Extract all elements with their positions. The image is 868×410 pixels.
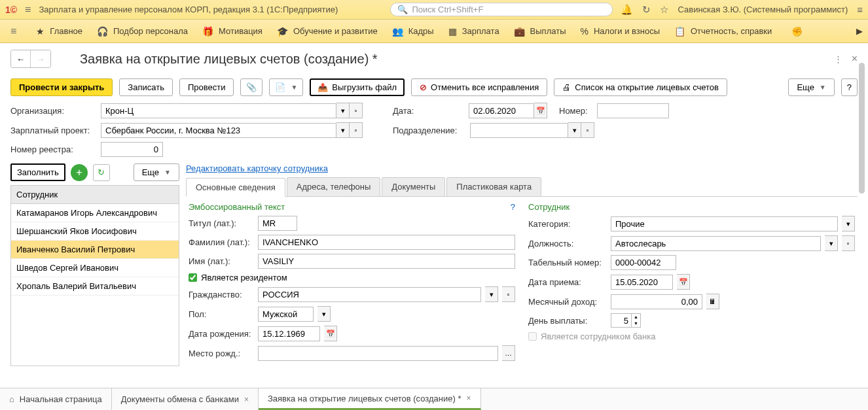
more-button[interactable]: Еще▼ xyxy=(788,78,834,96)
registry-input[interactable] xyxy=(101,142,163,157)
employee-row[interactable]: Катамаранов Игорь Александрович xyxy=(11,204,179,222)
post-button[interactable]: Провести xyxy=(179,78,234,96)
export-file-button[interactable]: 📤Выгрузить файл xyxy=(310,78,405,96)
dropdown-icon[interactable]: ▾ xyxy=(485,286,498,302)
open-ref-icon[interactable]: ▫ xyxy=(350,122,363,138)
extra-icon[interactable]: ✊ xyxy=(791,26,803,37)
citizenship-input[interactable] xyxy=(258,287,481,302)
post-and-close-button[interactable]: Провести и закрыть xyxy=(10,78,113,96)
scrollbar-thumb[interactable] xyxy=(859,63,865,194)
dropdown-icon[interactable]: ▾ xyxy=(842,216,855,231)
user-name[interactable]: Савинская З.Ю. (Системный программист) xyxy=(678,5,848,14)
birthplace-input[interactable] xyxy=(258,346,498,361)
tab-documents[interactable]: Документы xyxy=(382,177,445,196)
tab-main-info[interactable]: Основные сведения xyxy=(186,178,285,197)
name-input[interactable] xyxy=(258,254,515,269)
nav-salary[interactable]: ▦Зарплата xyxy=(448,26,499,37)
close-tab-icon[interactable]: × xyxy=(244,395,249,404)
nav-hr[interactable]: 👥Кадры xyxy=(392,26,434,37)
surname-input[interactable] xyxy=(258,235,515,250)
settings-icon[interactable]: ≡ xyxy=(857,4,863,15)
nav-scroll-right-icon[interactable]: ▶ xyxy=(856,26,863,36)
more-dots-icon[interactable]: ⋮ xyxy=(834,54,842,64)
spinner-down-icon[interactable]: ▼ xyxy=(632,320,640,327)
date-input[interactable] xyxy=(469,103,534,118)
salary-project-input[interactable] xyxy=(101,123,336,138)
hire-input[interactable] xyxy=(611,275,673,290)
calendar-icon[interactable]: 📅 xyxy=(324,326,337,341)
org-input[interactable] xyxy=(101,103,336,118)
payday-input[interactable] xyxy=(611,314,631,327)
resident-checkbox[interactable] xyxy=(189,273,197,282)
employee-row[interactable]: Шершанский Яков Иосифович xyxy=(11,222,179,241)
category-input[interactable] xyxy=(611,216,838,231)
edit-employee-link[interactable]: Редактировать карточку сотрудника xyxy=(186,163,858,173)
position-label: Должность: xyxy=(528,239,607,248)
page-title: Заявка на открытие лицевых счетов (созда… xyxy=(80,52,378,67)
close-tab-icon[interactable]: × xyxy=(466,394,471,403)
calendar-icon[interactable]: 📅 xyxy=(677,274,690,290)
cancel-corrections-button[interactable]: ⊘Отменить все исправления xyxy=(411,78,547,96)
nav-training[interactable]: 🎓Обучение и развитие xyxy=(277,26,378,37)
page-scrollbar[interactable] xyxy=(857,43,866,384)
spinner-up-icon[interactable]: ▲ xyxy=(632,314,640,320)
nav-taxes[interactable]: %Налоги и взносы xyxy=(581,26,660,37)
open-accounts-list-button[interactable]: 🖨Список на открытие лицевых счетов xyxy=(554,78,727,96)
list-more-button[interactable]: Еще▼ xyxy=(134,163,179,181)
page-header: ← → Заявка на открытие лицевых счетов (с… xyxy=(0,43,868,75)
payday-spinner[interactable]: ▲▼ xyxy=(611,313,641,328)
open-ref-icon[interactable]: ▫ xyxy=(581,122,594,138)
calendar-icon[interactable]: 📅 xyxy=(534,103,547,118)
history-icon[interactable]: ↻ xyxy=(642,4,651,16)
tab-card[interactable]: Пластиковая карта xyxy=(446,177,541,196)
based-on-button[interactable]: 📄▼ xyxy=(269,78,303,96)
tab-addresses[interactable]: Адреса, телефоны xyxy=(287,177,381,196)
back-button[interactable]: ← xyxy=(11,50,31,67)
nav-payments[interactable]: 💼Выплаты xyxy=(514,26,566,37)
forward-button[interactable]: → xyxy=(31,50,50,67)
birthdate-input[interactable] xyxy=(258,326,320,341)
add-button[interactable]: + xyxy=(71,164,88,181)
save-button[interactable]: Записать xyxy=(119,78,173,96)
nav-menu-icon[interactable]: ≡ xyxy=(10,26,16,37)
help-icon[interactable]: ? xyxy=(511,202,515,212)
help-button[interactable]: ? xyxy=(841,78,858,96)
nav-reports[interactable]: 📋Отчетность, справки xyxy=(674,26,772,37)
nav-recruitment[interactable]: 🎧Подбор персонала xyxy=(97,26,188,37)
title-input[interactable] xyxy=(258,216,297,231)
more-icon[interactable]: … xyxy=(502,345,515,361)
tabnum-input[interactable] xyxy=(611,255,676,270)
open-ref-icon[interactable]: ▫ xyxy=(350,103,363,118)
fill-button[interactable]: Заполнить xyxy=(10,163,65,181)
number-input[interactable] xyxy=(597,103,669,118)
app-title: Зарплата и управление персоналом КОРП, р… xyxy=(39,5,338,14)
dropdown-icon[interactable]: ▾ xyxy=(825,235,838,251)
search-input[interactable]: 🔍 Поиск Ctrl+Shift+F xyxy=(390,3,613,16)
nav-motivation[interactable]: 🎁Мотивация xyxy=(202,26,262,37)
employee-row[interactable]: Шведов Сергей Иванович xyxy=(11,259,179,277)
home-tab[interactable]: ⌂Начальная страница xyxy=(0,388,112,410)
income-input[interactable] xyxy=(611,294,702,309)
nav-main[interactable]: ★Главное xyxy=(36,26,82,37)
star-icon[interactable]: ☆ xyxy=(660,4,668,16)
open-ref-icon[interactable]: ▫ xyxy=(842,235,855,251)
calc-icon[interactable]: 🖩 xyxy=(706,294,719,309)
dropdown-icon[interactable]: ▾ xyxy=(336,122,350,138)
position-input[interactable] xyxy=(611,236,821,251)
department-input[interactable] xyxy=(470,123,568,138)
refresh-button[interactable]: ↻ xyxy=(93,164,110,181)
employee-list[interactable]: Сотрудник Катамаранов Игорь Александрови… xyxy=(10,185,179,366)
dropdown-icon[interactable]: ▾ xyxy=(336,103,350,118)
employee-row[interactable]: Хропаль Валерий Витальевич xyxy=(11,277,179,296)
current-document-tab[interactable]: Заявка на открытие лицевых счетов (созда… xyxy=(259,388,481,410)
open-ref-icon[interactable]: ▫ xyxy=(502,286,515,302)
employee-list-header[interactable]: Сотрудник xyxy=(11,186,179,204)
dropdown-icon[interactable]: ▾ xyxy=(317,306,331,322)
employee-row[interactable]: Иванченко Василий Петрович xyxy=(11,241,179,259)
exchange-tab[interactable]: Документы обмена с банками× xyxy=(112,388,259,410)
menu-icon[interactable]: ≡ xyxy=(25,4,31,16)
attach-button[interactable]: 📎 xyxy=(240,78,262,96)
bell-icon[interactable]: 🔔 xyxy=(621,4,633,16)
sex-input[interactable] xyxy=(258,307,314,322)
dropdown-icon[interactable]: ▾ xyxy=(568,122,581,138)
